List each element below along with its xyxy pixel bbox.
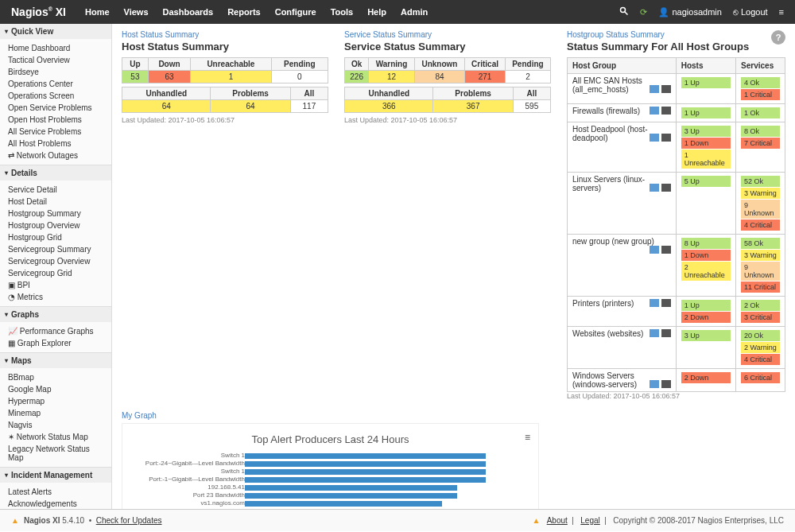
sidebar-item[interactable]: Servicegroup Overview	[0, 255, 111, 267]
sidebar-item[interactable]: Google Map	[0, 383, 111, 395]
chart-bar[interactable]	[245, 509, 442, 510]
sidebar-section[interactable]: Graphs	[0, 307, 111, 322]
sidebar-item[interactable]: Acknowledgements	[0, 498, 111, 509]
sidebar-item[interactable]: Open Service Problems	[0, 102, 111, 114]
sidebar-item[interactable]: Nagvis	[0, 419, 111, 431]
sidebar-item[interactable]: ◔ Metrics	[0, 291, 111, 303]
chart-bar[interactable]	[245, 469, 486, 475]
alert-chart: ≡ Top Alert Producers Last 24 Hours Swit…	[122, 423, 539, 509]
chart-bar[interactable]	[245, 485, 457, 491]
about-link[interactable]: About	[547, 516, 568, 525]
host-summary-link[interactable]: Host Status Summary	[122, 30, 328, 39]
hostgroup-link[interactable]: Hostgroup Status Summary	[567, 30, 785, 39]
nav-help[interactable]: Help	[367, 7, 386, 17]
user-menu[interactable]: 👤 nagiosadmin	[658, 7, 721, 17]
sidebar-item[interactable]: Home Dashboard	[0, 42, 111, 54]
sidebar-item[interactable]: Open Host Problems	[0, 114, 111, 126]
grid-icon[interactable]	[661, 246, 671, 254]
hostgroup-updated: Last Updated: 2017-10-05 16:06:57	[567, 392, 785, 400]
sidebar-item[interactable]: Servicegroup Summary	[0, 243, 111, 255]
help-icon[interactable]: ?	[771, 30, 785, 45]
sidebar-item[interactable]: Servicegroup Grid	[0, 267, 111, 279]
logo[interactable]: Nagios® XI	[11, 6, 66, 18]
host-summary-title: Host Status Summary	[122, 41, 328, 52]
sidebar-item[interactable]: ▦ Graph Explorer	[0, 337, 111, 349]
nav-home[interactable]: Home	[85, 7, 110, 17]
sidebar-section[interactable]: Details	[0, 165, 111, 181]
check-updates-link[interactable]: Check for Updates	[96, 516, 162, 525]
sidebar-section[interactable]: Quick View	[0, 24, 111, 39]
chart-bar[interactable]	[245, 501, 442, 507]
warning-icon[interactable]: ▲	[533, 516, 541, 525]
sidebar-item[interactable]: Hostgroup Grid	[0, 231, 111, 243]
sidebar-item[interactable]: Hypermap	[0, 395, 111, 407]
sidebar-item[interactable]: Service Detail	[0, 184, 111, 196]
sidebar-item[interactable]: Host Detail	[0, 196, 111, 208]
chart-menu-icon[interactable]: ≡	[525, 432, 530, 443]
footer: ▲ Nagios XI 5.4.10 • Check for Updates ▲…	[0, 509, 795, 531]
sidebar-item[interactable]: Hostgroup Overview	[0, 219, 111, 231]
detail-icon[interactable]	[650, 107, 659, 115]
grid-icon[interactable]	[661, 107, 671, 115]
nav-views[interactable]: Views	[124, 7, 149, 17]
svg-point-0	[621, 8, 626, 13]
grid-icon[interactable]	[661, 85, 671, 93]
service-summary-link[interactable]: Service Status Summary	[344, 30, 551, 39]
detail-icon[interactable]	[650, 246, 659, 254]
chart-bar[interactable]	[245, 477, 486, 483]
nav-admin[interactable]: Admin	[401, 7, 428, 17]
sidebar-item[interactable]: ▣ BPI	[0, 279, 111, 291]
host-status-table: UpDownUnreachablePending536310	[122, 57, 328, 83]
menu-icon[interactable]: ≡	[779, 7, 784, 17]
detail-icon[interactable]	[650, 184, 659, 192]
sidebar-item[interactable]: Latest Alerts	[0, 486, 111, 498]
grid-icon[interactable]	[661, 299, 671, 307]
search-icon[interactable]	[619, 6, 629, 17]
chart-link[interactable]: My Graph	[122, 411, 539, 420]
sidebar-item[interactable]: Tactical Overview	[0, 54, 111, 66]
grid-icon[interactable]	[661, 380, 671, 388]
sidebar-section[interactable]: Maps	[0, 353, 111, 368]
grid-icon[interactable]	[661, 134, 671, 142]
detail-icon[interactable]	[650, 134, 659, 142]
logout-link[interactable]: ⎋ Logout	[733, 7, 768, 17]
grid-icon[interactable]	[661, 329, 671, 337]
nav-tools[interactable]: Tools	[331, 7, 354, 17]
detail-icon[interactable]	[650, 380, 659, 388]
sidebar-item[interactable]: Operations Center	[0, 78, 111, 90]
grid-icon[interactable]	[661, 184, 671, 192]
chart-bar[interactable]	[245, 461, 486, 467]
footer-version: 5.4.10	[62, 516, 84, 525]
warning-icon[interactable]: ▲	[11, 516, 19, 525]
sidebar-item[interactable]: ✶ Network Status Map	[0, 431, 111, 443]
sidebar-item[interactable]: Birdseye	[0, 66, 111, 78]
sidebar-item[interactable]: All Host Problems	[0, 138, 111, 150]
detail-icon[interactable]	[650, 329, 659, 337]
copyright: Copyright © 2008-2017 Nagios Enterprises…	[613, 516, 784, 525]
sidebar-item[interactable]: Minemap	[0, 407, 111, 419]
hostgroup-table: Host GroupHostsServicesAll EMC SAN Hosts…	[567, 57, 785, 392]
sidebar-item[interactable]: Operations Screen	[0, 90, 111, 102]
main-nav: HomeViewsDashboardsReportsConfigureTools…	[85, 7, 428, 17]
detail-icon[interactable]	[650, 85, 659, 93]
sidebar-section[interactable]: Incident Management	[0, 468, 111, 483]
svg-line-1	[625, 12, 628, 15]
detail-icon[interactable]	[650, 299, 659, 307]
host-updated: Last Updated: 2017-10-05 16:06:57	[122, 116, 328, 124]
nav-dashboards[interactable]: Dashboards	[163, 7, 214, 17]
sidebar-item[interactable]: Legacy Network Status Map	[0, 443, 111, 464]
service-summary-title: Service Status Summary	[344, 41, 551, 52]
sidebar-item[interactable]: 📈 Performance Graphs	[0, 325, 111, 337]
sidebar-item[interactable]: All Service Problems	[0, 126, 111, 138]
sidebar-item[interactable]: ⇄ Network Outages	[0, 150, 111, 161]
service-updated: Last Updated: 2017-10-05 16:06:57	[344, 116, 551, 124]
sidebar-item[interactable]: BBmap	[0, 371, 111, 383]
legal-link[interactable]: Legal	[580, 516, 599, 525]
refresh-icon[interactable]: ⟳	[640, 7, 647, 17]
service-status-table: OkWarningUnknownCriticalPending226128427…	[344, 57, 551, 83]
sidebar-item[interactable]: Hostgroup Summary	[0, 208, 111, 219]
nav-configure[interactable]: Configure	[275, 7, 316, 17]
nav-reports[interactable]: Reports	[227, 7, 261, 17]
chart-bar[interactable]	[245, 453, 486, 459]
chart-bar[interactable]	[245, 493, 457, 499]
